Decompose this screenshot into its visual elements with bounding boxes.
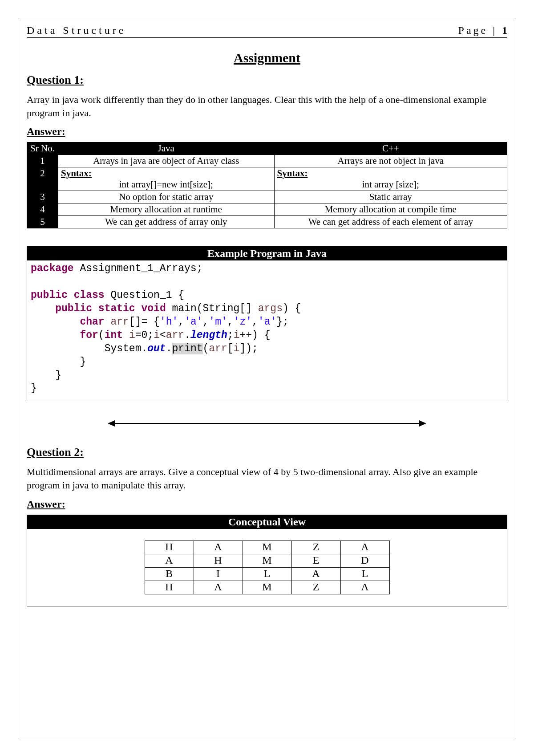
page-label: Page	[458, 24, 488, 36]
grid-cell: M	[243, 581, 291, 594]
code-block: package Assignment_1_Arrays; public clas…	[27, 260, 507, 400]
page-header: Data Structure Page | 1	[27, 24, 507, 38]
cell-sr: 5	[27, 216, 58, 228]
table-row: 4 Memory allocation at runtime Memory al…	[27, 203, 507, 216]
double-arrow	[27, 418, 507, 431]
syntax-label: Syntax:	[277, 168, 308, 179]
cell-cpp: Syntax: int array [size];	[274, 167, 507, 191]
cell-cpp: Memory allocation at compile time	[274, 203, 507, 216]
grid-cell: L	[340, 567, 389, 581]
grid-row: H A M Z A	[145, 581, 389, 594]
syntax-code: int array[]=new int[size];	[61, 179, 271, 190]
question-1-heading: Question 1:	[27, 73, 507, 87]
grid-cell: A	[194, 541, 243, 554]
grid-row: B I L A L	[145, 567, 389, 581]
cell-sr: 2	[27, 167, 58, 191]
question-2-heading: Question 2:	[27, 446, 507, 459]
conceptual-view-bar: Conceptual View	[27, 515, 507, 529]
document-title: Assignment	[27, 50, 507, 65]
header-subject: Data Structure	[27, 24, 126, 37]
grid-row: A H M E D	[145, 554, 389, 567]
example-program-bar: Example Program in Java	[27, 247, 507, 260]
grid-cell: L	[243, 567, 291, 581]
grid-cell: M	[243, 541, 291, 554]
table-row: 3 No option for static array Static arra…	[27, 191, 507, 203]
cell-sr: 4	[27, 203, 58, 216]
grid-cell: A	[145, 554, 194, 567]
syntax-code: int array [size];	[277, 179, 504, 190]
svg-marker-1	[108, 420, 115, 427]
cell-java: We can get address of array only	[58, 216, 275, 228]
grid-cell: H	[145, 581, 194, 594]
table-header-row: Sr No. Java C++	[27, 142, 507, 155]
cell-java: Memory allocation at runtime	[58, 203, 275, 216]
grid-cell: A	[340, 581, 389, 594]
th-srno: Sr No.	[27, 142, 58, 155]
example-program-box: Example Program in Java package Assignme…	[27, 246, 507, 400]
conceptual-view-inner: H A M Z A A H M E D B I L A	[27, 529, 507, 606]
cell-java: No option for static array	[58, 191, 275, 203]
grid-cell: Z	[291, 581, 340, 594]
svg-marker-2	[419, 420, 426, 427]
question-1-text: Array in java work differently than they…	[27, 93, 507, 119]
answer-1-heading: Answer:	[27, 126, 507, 138]
question-2-text: Multidimensional arrays are arrays. Give…	[27, 465, 507, 492]
grid-cell: H	[194, 554, 243, 567]
th-java: Java	[58, 142, 275, 155]
cell-cpp: Arrays are not object in java	[274, 155, 507, 167]
grid-row: H A M Z A	[145, 541, 389, 554]
grid-cell: A	[291, 567, 340, 581]
grid-cell: D	[340, 554, 389, 567]
syntax-label: Syntax:	[61, 168, 92, 179]
grid-cell: B	[145, 567, 194, 581]
comparison-table: Sr No. Java C++ 1 Arrays in java are obj…	[27, 142, 507, 228]
cell-cpp: We can get address of each element of ar…	[274, 216, 507, 228]
grid-cell: E	[291, 554, 340, 567]
cell-sr: 3	[27, 191, 58, 203]
conceptual-grid: H A M Z A A H M E D B I L A	[145, 541, 390, 594]
table-row: 2 Syntax: int array[]=new int[size]; Syn…	[27, 167, 507, 191]
table-row: 1 Arrays in java are object of Array cla…	[27, 155, 507, 167]
grid-cell: M	[243, 554, 291, 567]
cell-cpp: Static array	[274, 191, 507, 203]
cell-java: Arrays in java are object of Array class	[58, 155, 275, 167]
answer-2-heading: Answer:	[27, 498, 507, 510]
th-cpp: C++	[274, 142, 507, 155]
grid-cell: I	[194, 567, 243, 581]
grid-cell: A	[194, 581, 243, 594]
grid-cell: A	[340, 541, 389, 554]
header-page: Page | 1	[458, 24, 507, 37]
conceptual-view-box: Conceptual View H A M Z A A H M E D	[27, 515, 507, 606]
page-number: 1	[502, 24, 507, 36]
grid-cell: H	[145, 541, 194, 554]
page-content: Data Structure Page | 1 Assignment Quest…	[27, 24, 507, 729]
cell-java: Syntax: int array[]=new int[size];	[58, 167, 275, 191]
grid-cell: Z	[291, 541, 340, 554]
page-sep: |	[488, 24, 502, 36]
cell-sr: 1	[27, 155, 58, 167]
table-row: 5 We can get address of array only We ca…	[27, 216, 507, 228]
double-arrow-icon	[107, 418, 427, 429]
